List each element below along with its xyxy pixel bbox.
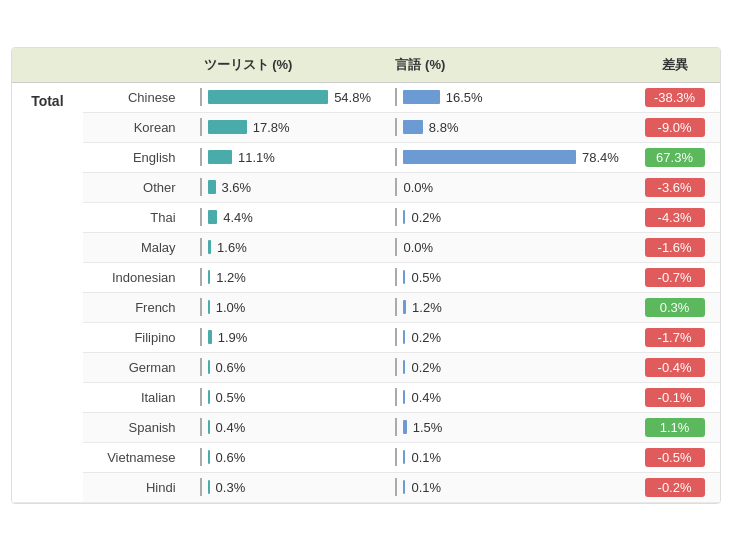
language-bar-cell: 0.0% (385, 232, 629, 262)
diff-cell: -0.7% (629, 262, 720, 292)
table-row: Indonesian1.2%0.5%-0.7% (12, 262, 720, 292)
table-body: TotalChinese54.8%16.5%-38.3%Korean17.8%8… (12, 82, 720, 502)
table-row: Korean17.8%8.8%-9.0% (12, 112, 720, 142)
col-diff-header: 差異 (629, 48, 720, 83)
tourist-bar-cell: 0.6% (184, 442, 386, 472)
diff-cell: -0.1% (629, 382, 720, 412)
table-row: Other3.6%0.0%-3.6% (12, 172, 720, 202)
language-name-cell: Hindi (83, 472, 184, 502)
total-cell: Total (12, 82, 83, 502)
diff-cell: 1.1% (629, 412, 720, 442)
tourist-bar-cell: 17.8% (184, 112, 386, 142)
table-row: Spanish0.4%1.5%1.1% (12, 412, 720, 442)
tourist-bar-cell: 1.0% (184, 292, 386, 322)
diff-cell: -1.7% (629, 322, 720, 352)
language-bar-cell: 0.2% (385, 352, 629, 382)
language-name-cell: Indonesian (83, 262, 184, 292)
col-total-header (12, 48, 83, 83)
language-bar-cell: 0.2% (385, 202, 629, 232)
diff-cell: -38.3% (629, 82, 720, 112)
data-table: ツーリスト (%) 言語 (%) 差異 TotalChinese54.8%16.… (12, 48, 720, 503)
col-lang-header (83, 48, 184, 83)
header-row: ツーリスト (%) 言語 (%) 差異 (12, 48, 720, 83)
language-name-cell: Spanish (83, 412, 184, 442)
diff-cell: -0.4% (629, 352, 720, 382)
language-bar-cell: 78.4% (385, 142, 629, 172)
tourist-bar-cell: 0.5% (184, 382, 386, 412)
table-row: TotalChinese54.8%16.5%-38.3% (12, 82, 720, 112)
table-row: German0.6%0.2%-0.4% (12, 352, 720, 382)
table-row: Malay1.6%0.0%-1.6% (12, 232, 720, 262)
diff-cell: 0.3% (629, 292, 720, 322)
diff-cell: -0.2% (629, 472, 720, 502)
language-bar-cell: 0.2% (385, 322, 629, 352)
tourist-bar-cell: 0.4% (184, 412, 386, 442)
language-bar-cell: 1.5% (385, 412, 629, 442)
language-name-cell: Korean (83, 112, 184, 142)
table-row: Italian0.5%0.4%-0.1% (12, 382, 720, 412)
language-name-cell: Other (83, 172, 184, 202)
tourist-bar-cell: 1.6% (184, 232, 386, 262)
language-name-cell: Vietnamese (83, 442, 184, 472)
diff-cell: -4.3% (629, 202, 720, 232)
tourist-bar-cell: 3.6% (184, 172, 386, 202)
language-name-cell: English (83, 142, 184, 172)
language-bar-cell: 8.8% (385, 112, 629, 142)
tourist-bar-cell: 4.4% (184, 202, 386, 232)
language-bar-cell: 0.1% (385, 442, 629, 472)
diff-cell: -1.6% (629, 232, 720, 262)
diff-cell: 67.3% (629, 142, 720, 172)
language-bar-cell: 0.5% (385, 262, 629, 292)
table-row: French1.0%1.2%0.3% (12, 292, 720, 322)
diff-cell: -9.0% (629, 112, 720, 142)
language-bar-cell: 0.0% (385, 172, 629, 202)
language-bar-cell: 16.5% (385, 82, 629, 112)
language-name-cell: Malay (83, 232, 184, 262)
table-row: Hindi0.3%0.1%-0.2% (12, 472, 720, 502)
language-name-cell: French (83, 292, 184, 322)
tourist-bar-cell: 0.6% (184, 352, 386, 382)
col-language-header: 言語 (%) (385, 48, 629, 83)
tourist-bar-cell: 54.8% (184, 82, 386, 112)
tourist-bar-cell: 11.1% (184, 142, 386, 172)
main-table-wrapper: ツーリスト (%) 言語 (%) 差異 TotalChinese54.8%16.… (11, 47, 721, 504)
table-row: Filipino1.9%0.2%-1.7% (12, 322, 720, 352)
language-bar-cell: 0.1% (385, 472, 629, 502)
tourist-bar-cell: 1.9% (184, 322, 386, 352)
col-tourist-header: ツーリスト (%) (184, 48, 386, 83)
language-name-cell: Thai (83, 202, 184, 232)
diff-cell: -3.6% (629, 172, 720, 202)
table-row: English11.1%78.4%67.3% (12, 142, 720, 172)
language-name-cell: Filipino (83, 322, 184, 352)
tourist-bar-cell: 0.3% (184, 472, 386, 502)
language-name-cell: Chinese (83, 82, 184, 112)
language-bar-cell: 0.4% (385, 382, 629, 412)
tourist-bar-cell: 1.2% (184, 262, 386, 292)
table-row: Vietnamese0.6%0.1%-0.5% (12, 442, 720, 472)
table-row: Thai4.4%0.2%-4.3% (12, 202, 720, 232)
language-bar-cell: 1.2% (385, 292, 629, 322)
diff-cell: -0.5% (629, 442, 720, 472)
language-name-cell: Italian (83, 382, 184, 412)
language-name-cell: German (83, 352, 184, 382)
